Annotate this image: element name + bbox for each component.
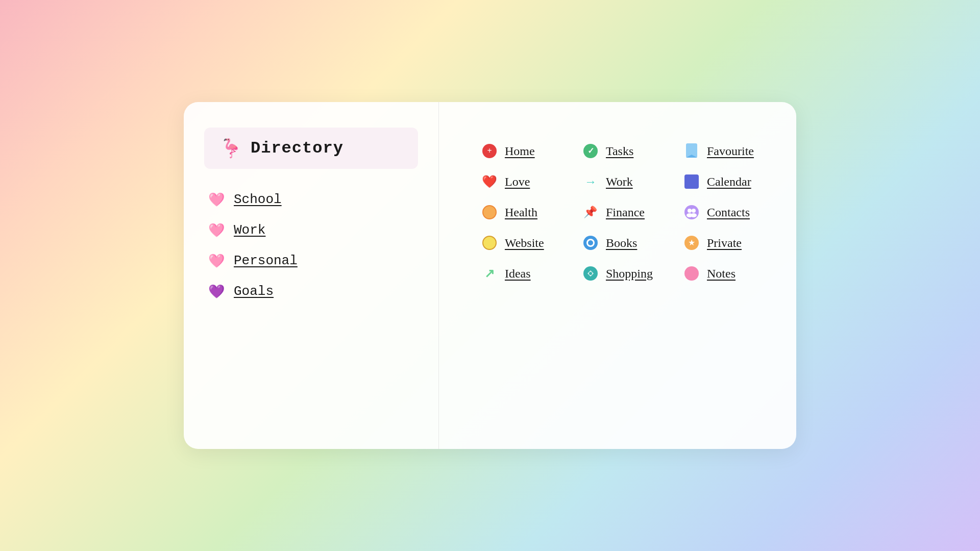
grid-item-finance[interactable]: 📌 Finance bbox=[582, 204, 653, 220]
health-label: Health bbox=[505, 206, 537, 219]
love-icon: ❤️ bbox=[481, 173, 498, 190]
grid-item-shopping[interactable]: Shopping bbox=[582, 265, 653, 282]
ideas-label: Ideas bbox=[505, 267, 531, 281]
nav-item-personal[interactable]: 🩷 Personal bbox=[204, 245, 418, 276]
grid-item-favourite[interactable]: Favourite bbox=[683, 143, 754, 159]
notes-label: Notes bbox=[707, 267, 736, 281]
grid-item-website[interactable]: Website bbox=[481, 235, 552, 251]
left-panel: 🦩 Directory 🩷 School 🩷 Work 🩷 Personal 💜… bbox=[184, 102, 439, 449]
svg-text:✓: ✓ bbox=[587, 146, 594, 155]
grid-item-tasks[interactable]: ✓ Tasks bbox=[582, 143, 653, 159]
books-icon bbox=[582, 235, 599, 251]
grid-item-love[interactable]: ❤️ Love bbox=[481, 173, 552, 190]
books-label: Books bbox=[606, 236, 637, 250]
grid-item-ideas[interactable]: ↗ Ideas bbox=[481, 265, 552, 282]
svg-point-13 bbox=[483, 236, 496, 249]
flamingo-icon: 🦩 bbox=[219, 139, 242, 158]
grid-item-home[interactable]: + Home bbox=[481, 143, 552, 159]
grid-item-private[interactable]: ★ Private bbox=[683, 235, 754, 251]
svg-point-21 bbox=[684, 266, 699, 281]
grid-item-work-right[interactable]: → Work bbox=[582, 173, 653, 190]
ideas-icon: ↗ bbox=[481, 265, 498, 282]
private-icon: ★ bbox=[683, 235, 700, 251]
nav-item-goals[interactable]: 💜 Goals bbox=[204, 276, 418, 307]
right-panel: + Home ✓ Tasks bbox=[439, 102, 796, 449]
main-card: 🦩 Directory 🩷 School 🩷 Work 🩷 Personal 💜… bbox=[184, 102, 796, 449]
school-icon: 🩷 bbox=[208, 191, 225, 208]
grid-item-calendar[interactable]: Calendar bbox=[683, 173, 754, 190]
svg-point-9 bbox=[688, 209, 692, 213]
work-label: Work bbox=[234, 222, 265, 238]
calendar-icon bbox=[683, 173, 700, 190]
website-icon bbox=[481, 235, 498, 251]
svg-point-16 bbox=[588, 240, 593, 245]
grid-container: + Home ✓ Tasks bbox=[481, 143, 754, 282]
work-right-label: Work bbox=[606, 175, 633, 189]
private-label: Private bbox=[707, 236, 742, 250]
svg-point-8 bbox=[684, 205, 699, 219]
personal-icon: 🩷 bbox=[208, 253, 225, 269]
home-icon: + bbox=[481, 143, 498, 159]
website-label: Website bbox=[505, 236, 544, 250]
work-right-icon: → bbox=[582, 173, 599, 190]
goals-label: Goals bbox=[234, 284, 274, 299]
work-icon: 🩷 bbox=[208, 222, 225, 238]
tasks-icon: ✓ bbox=[582, 143, 599, 159]
directory-header: 🦩 Directory bbox=[204, 128, 418, 169]
shopping-label: Shopping bbox=[606, 267, 653, 281]
finance-label: Finance bbox=[606, 206, 645, 219]
grid-item-books[interactable]: Books bbox=[582, 235, 653, 251]
contacts-icon bbox=[683, 204, 700, 220]
personal-label: Personal bbox=[234, 253, 298, 268]
home-label: Home bbox=[505, 144, 535, 158]
love-label: Love bbox=[505, 175, 530, 189]
contacts-label: Contacts bbox=[707, 206, 750, 219]
grid-item-contacts[interactable]: Contacts bbox=[683, 204, 754, 220]
tasks-label: Tasks bbox=[606, 144, 633, 158]
favourite-icon bbox=[683, 143, 700, 159]
directory-title: Directory bbox=[251, 139, 344, 158]
svg-point-20 bbox=[589, 272, 592, 275]
notes-icon bbox=[683, 265, 700, 282]
nav-item-school[interactable]: 🩷 School bbox=[204, 184, 418, 215]
school-label: School bbox=[234, 192, 282, 207]
grid-item-health[interactable]: Health bbox=[481, 204, 552, 220]
svg-point-12 bbox=[691, 213, 697, 217]
health-icon bbox=[481, 204, 498, 220]
grid-item-notes[interactable]: Notes bbox=[683, 265, 754, 282]
svg-point-7 bbox=[483, 206, 496, 219]
svg-text:★: ★ bbox=[688, 238, 695, 247]
svg-point-10 bbox=[692, 209, 696, 213]
favourite-label: Favourite bbox=[707, 144, 754, 158]
nav-item-work[interactable]: 🩷 Work bbox=[204, 215, 418, 245]
finance-icon: 📌 bbox=[582, 204, 599, 220]
shopping-icon bbox=[582, 265, 599, 282]
calendar-label: Calendar bbox=[707, 175, 751, 189]
goals-icon: 💜 bbox=[208, 283, 225, 299]
svg-text:+: + bbox=[487, 146, 492, 155]
svg-rect-6 bbox=[684, 174, 699, 189]
